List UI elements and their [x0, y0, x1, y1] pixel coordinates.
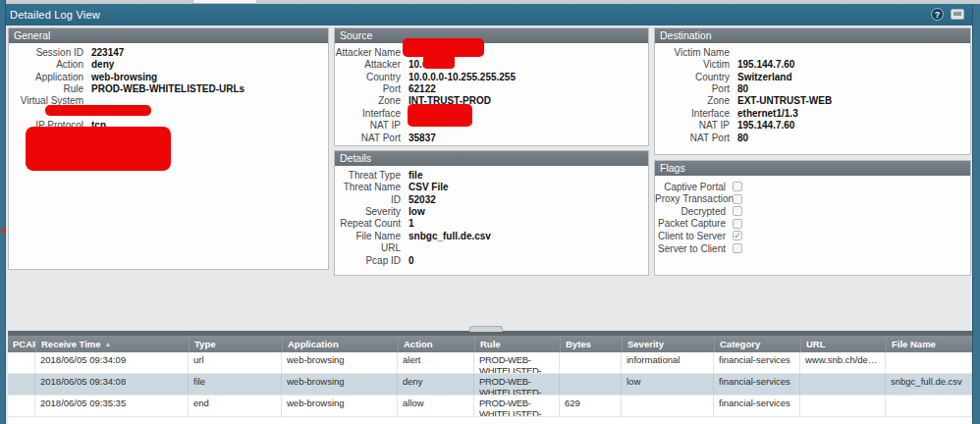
table-row[interactable]: 2018/06/05 09:35:35endweb-browsingallowP… [8, 396, 972, 417]
source-panel-body: Attacker NameAttacker10.64Country10.0.0.… [335, 43, 648, 144]
flags-panel: Flags Captive PortalProxy TransactionDec… [654, 160, 971, 276]
field-row: Interfaceethernet1/1.3 [655, 107, 970, 119]
source-panel: Source Attacker NameAttacker10.64Country… [334, 27, 649, 146]
table-header-cell[interactable]: Receive Time▲ [35, 336, 189, 352]
field-label: Attacker Name [335, 47, 408, 58]
detailed-log-view-dialog: Detailed Log View ? General Session ID22… [0, 0, 980, 424]
table-row[interactable]: 2018/06/05 09:34:09urlweb-browsingalertP… [8, 352, 972, 374]
general-panel-body: Session ID223147ActiondenyApplicationweb… [9, 43, 328, 132]
field-row: ZoneINT-TRUST-PROD [335, 95, 648, 107]
field-row: Port80 [655, 82, 970, 94]
field-label: Victim Name [655, 47, 737, 58]
table-header-cell[interactable]: Type [189, 336, 282, 352]
field-row: Severitylow [335, 205, 648, 217]
table-header-cell[interactable]: Rule [474, 336, 560, 352]
field-value: 1 [408, 218, 414, 229]
table-cell [560, 352, 622, 373]
redaction-block-interface-natip [408, 104, 472, 127]
redaction-block-general [26, 127, 171, 171]
field-value: 10.0.0.0-10.255.255.255 [408, 72, 516, 82]
table-cell: financial-services [714, 374, 800, 395]
related-logs-table: PCAPReceive Time▲TypeApplicationActionRu… [8, 336, 972, 424]
flag-label: Server to Client [655, 243, 733, 254]
flag-checkbox [733, 182, 742, 191]
field-value: web-browsing [91, 72, 157, 82]
flag-label: Decrypted [655, 206, 733, 217]
field-label: Action [9, 59, 91, 70]
field-row: Actiondeny [9, 58, 328, 70]
field-label: Pcap ID [335, 255, 408, 266]
table-header-cell[interactable]: File Name [886, 336, 972, 352]
flag-checkbox [733, 219, 742, 229]
table-cell: PROD-WEB-WHITELISTED-URLs [474, 396, 560, 416]
details-panel: Details Threat TypefileThreat NameCSV Fi… [334, 150, 649, 276]
field-label: NAT Port [335, 132, 408, 143]
table-header-cell[interactable]: PCAP [8, 336, 35, 352]
table-cell: web-browsing [282, 374, 398, 395]
flag-checkbox [733, 243, 742, 253]
details-panel-body: Threat TypefileThreat NameCSV FileID5203… [335, 166, 648, 267]
field-value: deny [91, 59, 114, 70]
field-label: NAT Port [655, 132, 737, 143]
table-header-cell[interactable]: Application [282, 336, 398, 352]
field-row: Applicationweb-browsing [9, 71, 328, 82]
field-value: 35837 [408, 132, 436, 143]
flag-label: Packet Capture [655, 218, 733, 229]
field-value: 223147 [91, 47, 124, 58]
field-label: Country [655, 72, 737, 82]
field-value: PROD-WEB-WHITELISTED-URLs [91, 83, 245, 94]
field-row: Attacker Name [335, 46, 648, 58]
splitter-collapse-handle[interactable] [469, 326, 503, 332]
field-label: Repeat Count [335, 218, 408, 229]
help-icon[interactable]: ? [931, 8, 944, 21]
table-cell: deny [398, 374, 474, 395]
table-header-cell[interactable]: Bytes [560, 336, 622, 352]
table-header-cell[interactable]: Severity [622, 336, 714, 352]
field-value: snbgc_full.de.csv [408, 231, 491, 241]
flag-row: Proxy Transaction [655, 193, 970, 206]
field-label: Application [9, 72, 91, 82]
flags-panel-header: Flags [655, 161, 970, 176]
field-value: CSV File [408, 182, 449, 192]
table-header-cell[interactable]: URL [800, 336, 886, 352]
field-row: Victim195.144.7.60 [655, 58, 970, 70]
table-header-cell[interactable]: Action [398, 336, 474, 352]
field-value: 52032 [408, 194, 436, 205]
field-row: RulePROD-WEB-WHITELISTED-URLs [9, 82, 328, 94]
table-row[interactable]: 2018/06/05 09:34:08fileweb-browsingdenyP… [8, 374, 972, 396]
field-row: Country10.0.0.0-10.255.255.255 [335, 71, 648, 82]
flag-checkbox [733, 206, 742, 216]
redaction-block-attacker-ip [423, 55, 455, 69]
window-icon[interactable] [951, 9, 964, 20]
field-row: Threat Typefile [335, 169, 648, 181]
table-cell: financial-services [714, 352, 800, 373]
table-cell: 629 [560, 396, 622, 416]
redaction-block-virtual-system [45, 105, 151, 116]
table-cell [800, 374, 886, 395]
field-row: File Namesnbgc_full.de.csv [335, 230, 648, 241]
field-value: ethernet1/1.3 [737, 108, 798, 119]
table-cell [560, 374, 622, 395]
table-cell: alert [398, 352, 474, 373]
destination-panel-header: Destination [655, 28, 970, 43]
field-row: URL [335, 242, 648, 254]
dialog-titlebar: Detailed Log View [0, 4, 980, 26]
field-row: NAT Port80 [655, 132, 970, 143]
table-cell: PROD-WEB-WHITELISTED-URLs [474, 352, 560, 373]
table-header-cell[interactable]: Category [714, 336, 800, 352]
field-row: ZoneEXT-UNTRUST-WEB [655, 95, 970, 107]
field-value: 0 [408, 255, 414, 266]
field-label: File Name [335, 231, 408, 241]
table-cell: PROD-WEB-WHITELISTED-URLs [474, 374, 560, 395]
destination-panel-body: Victim NameVictim195.144.7.60CountrySwit… [655, 43, 970, 144]
left-edge-marker [1, 228, 5, 234]
table-cell: informational [622, 352, 714, 373]
table-cell: allow [398, 396, 474, 416]
window-icon-glyph [953, 12, 961, 16]
table-cell [886, 396, 972, 416]
flag-row: Packet Capture [655, 218, 970, 231]
field-value: 80 [737, 83, 748, 94]
field-label: Port [655, 83, 737, 94]
field-label: Threat Type [335, 170, 408, 181]
field-value: low [408, 206, 425, 217]
